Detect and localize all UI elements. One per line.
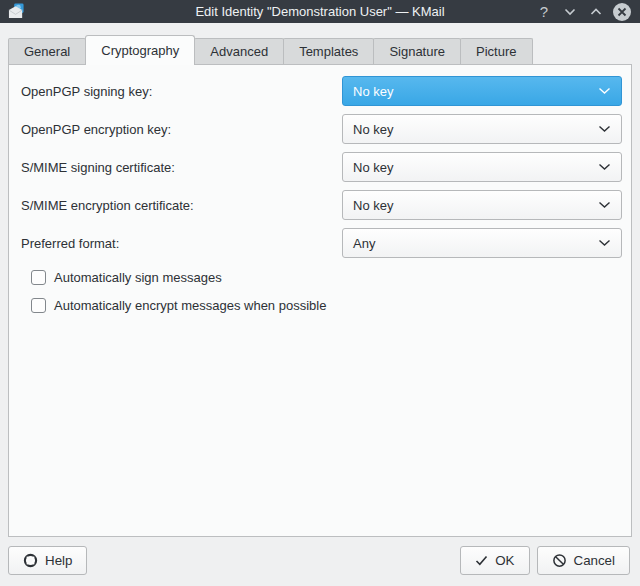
preferred-format-value: Any: [353, 236, 598, 251]
form-row: OpenPGP encryption key: No key: [21, 114, 622, 144]
tab-signature[interactable]: Signature: [373, 38, 461, 64]
tab-templates[interactable]: Templates: [283, 38, 374, 64]
auto-encrypt-checkbox-label[interactable]: Automatically encrypt messages when poss…: [54, 298, 326, 313]
sign-messages-checkline: Automatically sign messages: [31, 268, 622, 286]
tab-picture[interactable]: Picture: [460, 38, 532, 64]
smime-encryption-certificate-label: S/MIME encryption certificate:: [21, 198, 342, 213]
kmail-app-icon: [8, 3, 25, 20]
smime-encryption-certificate-value: No key: [353, 198, 598, 213]
form-row: S/MIME signing certificate: No key: [21, 152, 622, 182]
chevron-down-icon: [598, 201, 611, 209]
titlebar: Edit Identity "Demonstration User" — KMa…: [0, 0, 640, 23]
chevron-down-icon: [564, 8, 576, 16]
smime-signing-certificate-value: No key: [353, 160, 598, 175]
tab-cryptography[interactable]: Cryptography: [85, 35, 195, 65]
close-icon: [612, 2, 632, 22]
dialog-button-box: Help OK Cancel: [0, 537, 640, 575]
openpgp-signing-key-label: OpenPGP signing key:: [21, 84, 342, 99]
tab-bar: General Cryptography Advanced Templates …: [0, 23, 640, 64]
auto-sign-checkbox-label[interactable]: Automatically sign messages: [54, 270, 222, 285]
preferred-format-label: Preferred format:: [21, 236, 342, 251]
encrypt-messages-checkline: Automatically encrypt messages when poss…: [31, 296, 622, 314]
cancel-button-label: Cancel: [574, 553, 616, 568]
checkmark-icon: [475, 555, 488, 566]
titlebar-help-button[interactable]: ?: [533, 2, 555, 22]
tab-advanced[interactable]: Advanced: [194, 38, 284, 64]
prohibition-icon: [552, 553, 567, 568]
cryptography-tab-panel: OpenPGP signing key: No key OpenPGP encr…: [8, 64, 632, 537]
ok-button-label: OK: [495, 553, 514, 568]
edit-identity-dialog: Edit Identity "Demonstration User" — KMa…: [0, 0, 640, 575]
chevron-down-icon: [598, 87, 611, 95]
openpgp-signing-key-select[interactable]: No key: [342, 76, 622, 106]
form-row: S/MIME encryption certificate: No key: [21, 190, 622, 220]
form-row: Preferred format: Any: [21, 228, 622, 258]
chevron-down-icon: [598, 163, 611, 171]
openpgp-signing-key-value: No key: [353, 84, 598, 99]
maximize-button[interactable]: [585, 2, 607, 22]
smime-signing-certificate-select[interactable]: No key: [342, 152, 622, 182]
chevron-up-icon: [590, 8, 602, 16]
chevron-down-icon: [598, 125, 611, 133]
openpgp-encryption-key-value: No key: [353, 122, 598, 137]
ok-button[interactable]: OK: [460, 546, 529, 575]
chevron-down-icon: [598, 239, 611, 247]
smime-signing-certificate-label: S/MIME signing certificate:: [21, 160, 342, 175]
auto-sign-checkbox[interactable]: [31, 270, 46, 285]
openpgp-encryption-key-label: OpenPGP encryption key:: [21, 122, 342, 137]
close-button[interactable]: [611, 2, 633, 22]
help-button-label: Help: [45, 553, 72, 568]
form-row: OpenPGP signing key: No key: [21, 76, 622, 106]
lifebuoy-icon: [23, 553, 38, 568]
help-button[interactable]: Help: [8, 546, 87, 575]
preferred-format-select[interactable]: Any: [342, 228, 622, 258]
tab-general[interactable]: General: [8, 38, 86, 64]
cancel-button[interactable]: Cancel: [537, 546, 631, 575]
openpgp-encryption-key-select[interactable]: No key: [342, 114, 622, 144]
smime-encryption-certificate-select[interactable]: No key: [342, 190, 622, 220]
auto-encrypt-checkbox[interactable]: [31, 298, 46, 313]
minimize-button[interactable]: [559, 2, 581, 22]
